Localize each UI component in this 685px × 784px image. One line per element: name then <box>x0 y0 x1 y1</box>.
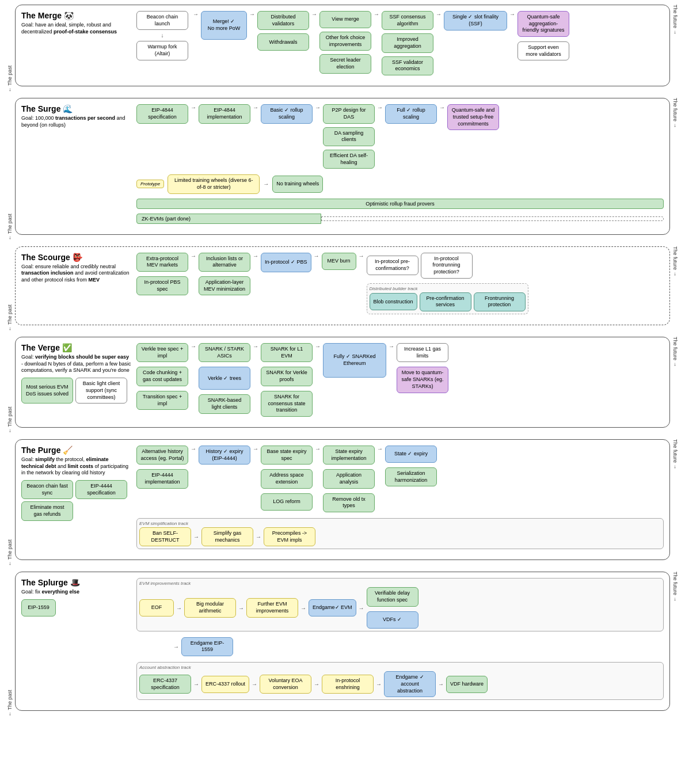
snark-consensus-state: SNARK for consensus state transition <box>261 391 313 417</box>
verge-goal: Goal: verifying blocks should be super e… <box>21 354 132 374</box>
eip4844-spec: EIP-4844 specification <box>136 104 188 123</box>
verge-section: ← The past The Verge ✅ Goal: verifying b… <box>5 337 680 433</box>
snark-stark-asics: SNARK / STARK ASICs <box>199 343 250 362</box>
merge-goal: Goal: have an ideal, simple, robust and … <box>21 22 132 35</box>
arrow3 <box>311 11 317 17</box>
vdf-hardware: VDF hardware <box>446 676 488 693</box>
sarrow4 <box>377 104 383 111</box>
limited-training-wheels: Limited training wheels (diverse 6-of-8 … <box>168 174 260 193</box>
surge-section: ← The past The Surge 🌊 Goal: 100,000 tra… <box>5 98 680 241</box>
precompiles-evm: Precompiles -> EVM impls <box>264 527 315 546</box>
surge-roadmap: The Surge 🌊 Goal: 100,000 transactions p… <box>15 98 670 235</box>
ssf-validator-econ: SSF validator economics <box>382 56 433 75</box>
base-state-expiry-spec: Base state expiry spec <box>261 446 313 465</box>
in-protocol-pbs-spec: In-protocol PBS spec <box>136 276 188 295</box>
sarrow5 <box>439 104 445 111</box>
account-abstraction-label: Account abstraction track <box>139 665 661 670</box>
parrow2 <box>253 446 258 452</box>
scarrow3 <box>314 253 319 259</box>
scarrow1 <box>191 253 196 259</box>
sparrow7 <box>252 681 257 687</box>
verge-title: The Verge ✅ <box>21 343 132 352</box>
endgame-account-abstraction: Endgame ✓ account abstraction <box>384 671 436 697</box>
merge-past-label: ← The past <box>5 5 15 92</box>
surge-title: The Surge 🌊 <box>21 104 132 113</box>
splurge-title: The Splurge 🎩 <box>21 578 132 587</box>
arrow1 <box>193 11 199 17</box>
sparrow9 <box>376 681 382 687</box>
verkle-tree-spec: Verkle tree spec + impl <box>136 343 188 362</box>
efficient-da: Efficient DA self-healing <box>323 150 375 169</box>
in-protocol-enshrining: In-protocol enshrining <box>322 675 374 694</box>
scourge-past-label: ← The past <box>5 246 15 331</box>
improved-aggregation: Improved aggregation <box>382 33 433 52</box>
app-layer-mev: Application-layer MEV minimization <box>199 276 250 295</box>
purge-title: The Purge 🧹 <box>21 446 132 455</box>
verge-future-label: The future → <box>670 337 680 433</box>
address-space-extension: Address space extension <box>261 469 313 488</box>
ssf-consensus: SSF consensus algorithm <box>382 11 433 30</box>
sparrow8 <box>314 681 319 687</box>
in-protocol-pbs: In-protocol ✓ PBS <box>261 253 311 272</box>
withdrawals: Withdrawals <box>257 33 309 51</box>
arrow2 <box>249 11 255 17</box>
sparrow2 <box>238 605 244 611</box>
snark-based-light-clients: SNARK-based light clients <box>199 394 250 413</box>
transition-spec: Transition spec + impl <box>136 391 188 410</box>
verge-roadmap: The Verge ✅ Goal: verifying blocks shoul… <box>15 337 670 428</box>
splurge-future-label: The future → <box>670 572 680 717</box>
evm-simplification-label: EVM simplification track <box>139 521 661 526</box>
single-slot-finality: Single ✓ slot finality (SSF) <box>444 11 507 31</box>
scourge-goal: Goal: ensure reliable and credibly neutr… <box>21 264 132 284</box>
support-more-validators: Support even more validators <box>517 41 569 60</box>
purge-past-label: ← The past <box>5 439 15 566</box>
purge-section: ← The past The Purge 🧹 Goal: simplify th… <box>5 439 680 566</box>
extra-protocol-mev: Extra-protocol MEV markets <box>136 253 188 272</box>
sparrow1 <box>176 605 182 611</box>
sparrow6 <box>193 681 199 687</box>
scarrow4 <box>359 253 364 259</box>
remove-old-tx-types: Remove old tx types <box>323 493 375 512</box>
arrow5 <box>436 11 442 17</box>
no-training-wheels: No training wheels <box>272 176 323 193</box>
beacon-chain-fast-sync: Beacon chain fast sync <box>21 480 73 499</box>
eip4844-impl: EIP-4844 implementation <box>199 104 250 123</box>
eip4444-spec: EIP-4444 specification <box>75 480 127 499</box>
evm-improvements-label: EVM improvements track <box>139 581 661 586</box>
verge-past-label: ← The past <box>5 337 15 433</box>
scourge-roadmap: The Scourge 👺 Goal: ensure reliable and … <box>15 246 670 325</box>
state-expiry: State ✓ expiry <box>385 446 437 463</box>
full-rollup-scaling: Full ✓ rollup scaling <box>385 104 437 123</box>
basic-light-client: Basic light client support (sync committ… <box>75 378 127 404</box>
merge-roadmap: The Merge 🐼 Goal: have an ideal, simple,… <box>15 5 670 86</box>
scourge-future-label: The future → <box>670 246 680 331</box>
code-chunking: Code chunking + gas cost updates <box>136 367 188 386</box>
parrow4 <box>377 446 383 452</box>
surge-past-label: ← The past <box>5 98 15 241</box>
purge-future-label: The future → <box>670 439 680 566</box>
sarrow6 <box>263 181 269 187</box>
inclusion-lists: Inclusion lists or alternative <box>199 253 250 272</box>
serialization-harmonization: Serialization harmonization <box>385 467 437 486</box>
quantum-safe-commitments: Quantum-safe and trusted setup-free comm… <box>447 104 499 130</box>
splurge-roadmap: The Splurge 🎩 Goal: fix everything else … <box>15 572 670 711</box>
erc4337-rollout: ERC-4337 rollout <box>201 676 249 693</box>
varrow2 <box>253 343 258 349</box>
scourge-section: ← The past The Scourge 👺 Goal: ensure re… <box>5 246 680 331</box>
mev-burn: MEV burn <box>322 253 356 270</box>
sarrow1 <box>191 104 196 111</box>
optimistic-rollup-bar: Optimistic rollup fraud provers <box>136 199 664 209</box>
eip1559: EIP-1559 <box>21 599 56 616</box>
merge-node: Merge! ✓No more PoW <box>201 11 247 40</box>
eip4444-impl: EIP-4444 implementation <box>136 469 188 488</box>
verkle-trees: Verkle ✓ trees <box>199 367 250 390</box>
varrow3 <box>315 343 321 349</box>
alt-history-access: Alternative history access (eg. Portal) <box>136 446 188 465</box>
warmup-fork: Warmup fork (Altair) <box>136 41 188 60</box>
frontrunning-protection: In-protocol frontrunning protection? <box>421 253 473 279</box>
sparrow10 <box>438 681 444 687</box>
beacon-chain-launch: Beacon chain launch <box>136 11 188 30</box>
eof: EOF <box>139 599 174 616</box>
p2p-das: P2P design for DAS <box>323 104 375 123</box>
endgame-eip1559: Endgame EIP-1559 <box>181 637 233 656</box>
